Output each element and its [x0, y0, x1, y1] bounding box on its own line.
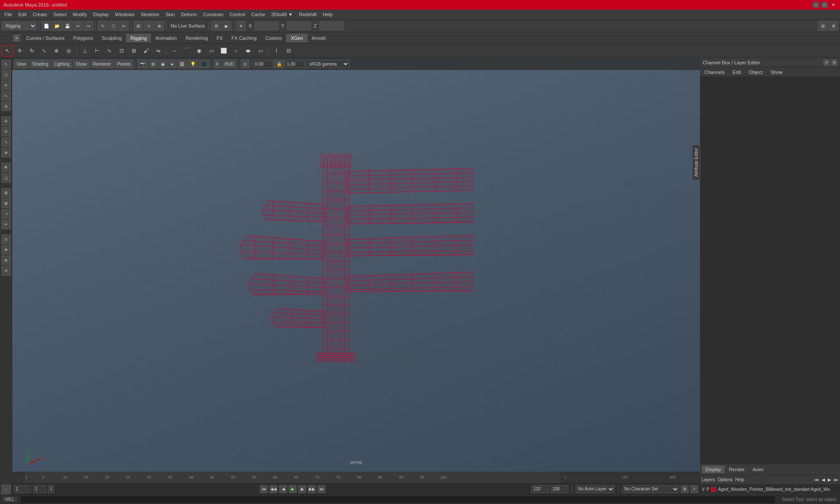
vp-show-btn[interactable]: Show [73, 60, 89, 68]
vp-isolate-btn[interactable]: ⊙ [241, 60, 249, 68]
menu-redshift[interactable]: Redshift [296, 11, 319, 18]
ik-handle-btn[interactable]: ⊢ [91, 45, 103, 56]
vp-panels-btn[interactable]: Panels [115, 60, 133, 68]
cluster-btn[interactable]: ⊡ [116, 45, 127, 56]
menu-deform[interactable]: Deform [178, 11, 200, 18]
sidebar-sculpt-btn[interactable]: ∿ [1, 91, 11, 101]
menu-file[interactable]: File [2, 11, 15, 18]
universal-manip-btn[interactable]: ⊕ [51, 45, 62, 56]
menu-help[interactable]: Help [320, 11, 336, 18]
vp-renderer-btn[interactable]: Renderer [90, 60, 114, 68]
layers-help-btn[interactable]: Help [735, 477, 744, 482]
tab-fx[interactable]: FX [212, 34, 227, 42]
xgen-groom-btn[interactable]: ⊟ [283, 45, 294, 56]
layout-btn[interactable]: ⊞ [818, 21, 828, 31]
vp-smooth-btn[interactable]: ◉ [158, 60, 168, 68]
prev-key-btn[interactable]: ◀◀ [270, 485, 277, 493]
menu-display[interactable]: Display [91, 11, 112, 18]
dra-tab-display[interactable]: Display [702, 466, 724, 473]
xgen-guide-btn[interactable]: ⌇ [271, 45, 282, 56]
nurbs-sphere-btn[interactable]: ◉ [193, 45, 205, 56]
layer-row[interactable]: V P Aged_Wooden_Pointer_Billboard_mb_sta… [700, 485, 840, 494]
vp-colorspace-dropdown[interactable]: sRGB gamma [306, 60, 350, 68]
sidebar-center-pivot-btn[interactable]: ⊛ [1, 256, 11, 265]
poly-cyl-btn[interactable]: ⬬ [242, 45, 254, 56]
sidebar-hide-btn[interactable]: ◻ [1, 173, 11, 183]
layers-nav-next[interactable]: ▶ [828, 477, 831, 482]
prev-frame-btn[interactable]: ◀ [279, 485, 287, 493]
vp-ambient-btn[interactable]: 💡 [188, 60, 198, 68]
poly-sphere-btn[interactable]: ○ [230, 45, 242, 56]
char-set-menu-btn[interactable]: ⚙ [681, 485, 689, 493]
current-frame-input[interactable] [14, 485, 29, 493]
sidebar-more-btn[interactable]: ⋯ [1, 485, 11, 494]
char-set-add-btn[interactable]: + [690, 485, 698, 493]
vp-exposure-input[interactable] [285, 60, 305, 68]
sidebar-universal-btn[interactable]: ⊕ [1, 148, 11, 158]
scale-btn[interactable]: ⤡ [38, 45, 50, 56]
render-settings-btn[interactable]: ⚙ [211, 21, 221, 31]
maximize-button[interactable]: □ [822, 2, 828, 8]
range-start-input[interactable] [33, 485, 46, 493]
paint-weights-btn[interactable]: 🖌 [140, 45, 152, 56]
dra-tab-anim[interactable]: Anim [749, 466, 767, 473]
curve-ep-btn[interactable]: ∼ [169, 45, 180, 56]
range-end-input[interactable] [532, 485, 549, 493]
layers-nav-first[interactable]: ⏮ [815, 477, 819, 482]
vp-gamma-input[interactable] [253, 60, 273, 68]
tab-rigging[interactable]: Rigging [126, 34, 151, 42]
redo-btn[interactable]: ↪ [84, 21, 93, 31]
next-frame-btn[interactable]: ▶ [298, 485, 306, 493]
z-input[interactable] [319, 21, 343, 30]
curve-cv-btn[interactable]: ⌒ [181, 45, 192, 56]
tab-polygons[interactable]: Polygons [69, 34, 97, 42]
vp-smooth2-btn[interactable]: ● [168, 60, 176, 68]
tab-arnold[interactable]: Arnold [308, 34, 330, 42]
go-start-btn[interactable]: ⏮ [260, 485, 268, 493]
menu-edit[interactable]: Edit [16, 11, 29, 18]
mel-input[interactable] [21, 496, 775, 503]
sidebar-unparent-btn[interactable]: ⊢ [1, 220, 11, 229]
sidebar-prop-btn[interactable]: ◎ [1, 102, 11, 111]
cb-tab-object[interactable]: Object [746, 69, 765, 76]
mirror-skin-btn[interactable]: ⇋ [153, 45, 164, 56]
workspace-dropdown[interactable]: Rigging [2, 21, 37, 30]
dra-tab-render[interactable]: Render [725, 466, 748, 473]
vp-shading-btn[interactable]: Shading [30, 60, 51, 68]
next-key-btn[interactable]: ▶▶ [308, 485, 316, 493]
layer-playback-cell[interactable]: P [707, 487, 710, 492]
sidebar-select-btn[interactable]: ↖ [1, 60, 11, 69]
menu-skin[interactable]: Skin [163, 11, 177, 18]
ik-spline-btn[interactable]: ∿ [104, 45, 115, 56]
vp-textured-btn[interactable]: 🖼 [177, 60, 187, 68]
soft-select-btn[interactable]: ◎ [63, 45, 74, 56]
open-scene-btn[interactable]: 📁 [52, 21, 62, 31]
new-scene-btn[interactable]: 📄 [42, 21, 51, 31]
cb-tab-channels[interactable]: Channels [702, 69, 727, 76]
sidebar-lasso-btn[interactable]: ⬡ [1, 70, 11, 80]
poly-cube-btn[interactable]: ⬜ [218, 45, 229, 56]
menu-3dtool[interactable]: 3DtoAll ▼ [269, 11, 295, 18]
vp-grid-btn[interactable]: # [214, 60, 221, 68]
minimize-button[interactable]: ─ [813, 2, 819, 8]
vp-lighting-btn[interactable]: Lighting [52, 60, 72, 68]
sidebar-parent-btn[interactable]: ⊣ [1, 209, 11, 219]
x-input[interactable] [255, 21, 279, 30]
lasso-btn[interactable]: ⬡ [108, 21, 118, 31]
vp-hud-btn[interactable]: HUD [222, 60, 237, 68]
snap-curve-btn[interactable]: ∿ [144, 21, 154, 31]
vp-shadow-btn[interactable]: 🌑 [199, 60, 210, 68]
module-collapse-btn[interactable]: ≡ [13, 35, 20, 42]
sidebar-show-btn[interactable]: 👁 [1, 163, 11, 172]
cb-close-btn[interactable]: ✕ [831, 60, 837, 66]
cb-tab-show[interactable]: Show [768, 69, 785, 76]
sidebar-paint-btn[interactable]: ✏ [1, 80, 11, 90]
viewport-area[interactable]: View Shading Lighting Show Renderer Pane… [12, 58, 700, 472]
sidebar-freeze-btn[interactable]: ❄ [1, 245, 11, 255]
play-btn[interactable]: ▶ [289, 485, 297, 493]
nurbs-plane-btn[interactable]: ▭ [206, 45, 217, 56]
select-tool-btn[interactable]: ↖ [98, 21, 108, 31]
menu-select[interactable]: Select [51, 11, 70, 18]
menu-create[interactable]: Create [30, 11, 50, 18]
vp-select-cam-btn[interactable]: 📷 [137, 60, 148, 68]
